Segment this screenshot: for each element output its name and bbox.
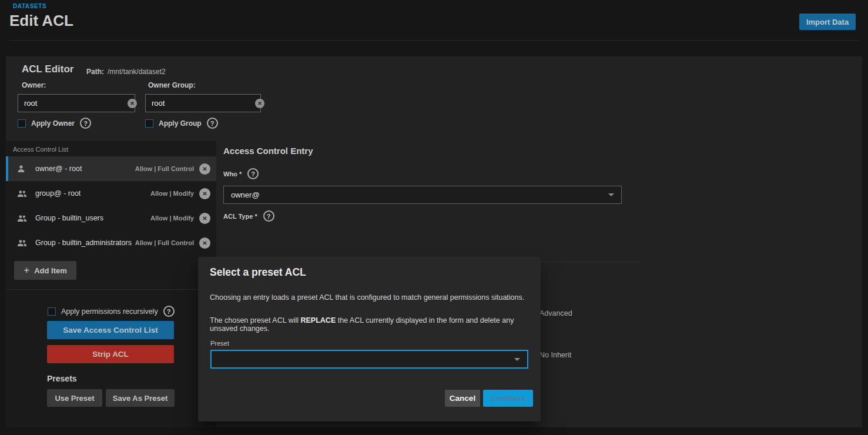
acl-list-title: Access Control List: [13, 146, 68, 153]
acl-row-name: owner@ - root: [35, 165, 135, 173]
group-icon: [16, 213, 28, 223]
remove-entry-icon[interactable]: ✕: [199, 163, 210, 175]
continue-button[interactable]: Continue: [483, 390, 533, 407]
apply-recursively-label: Apply permissions recursively: [61, 307, 158, 316]
use-preset-button[interactable]: Use Preset: [47, 389, 102, 407]
remove-entry-icon[interactable]: ✕: [199, 213, 210, 224]
dialog-title: Select a preset ACL: [210, 266, 306, 279]
who-select-value: owner@: [224, 190, 608, 199]
apply-owner-help-icon[interactable]: ?: [80, 118, 91, 129]
import-data-button[interactable]: Import Data: [799, 14, 856, 30]
who-select[interactable]: owner@: [223, 186, 622, 204]
owner-input[interactable]: [18, 99, 128, 108]
apply-owner-label: Apply Owner: [31, 119, 75, 128]
person-icon: [16, 163, 28, 174]
apply-group-label: Apply Group: [159, 119, 202, 128]
chevron-down-icon: [514, 358, 520, 361]
who-help-icon[interactable]: ?: [247, 168, 259, 179]
apply-group-checkbox[interactable]: [145, 119, 153, 128]
preset-acl-dialog: Select a preset ACL Choosing an entry lo…: [198, 257, 541, 421]
apply-recursively-row: Apply permissions recursively ?: [48, 306, 175, 317]
dialog-body-2: The chosen preset ACL will REPLACE the A…: [210, 316, 529, 333]
path-value: /mnt/tank/dataset2: [108, 68, 166, 76]
page-title: Edit ACL: [9, 12, 73, 30]
acl-row-name: Group - builtin_users: [35, 214, 150, 222]
group-icon: [16, 188, 28, 199]
apply-owner-checkbox[interactable]: [18, 119, 26, 128]
cancel-button[interactable]: Cancel: [445, 390, 480, 407]
acl-row-owner[interactable]: owner@ - root Allow | Full Control ✕: [6, 156, 216, 181]
add-item-button[interactable]: + Add Item: [14, 261, 76, 280]
apply-owner-row: Apply Owner ?: [18, 118, 91, 129]
ace-title: Access Control Entry: [223, 146, 313, 156]
owner-clear-icon[interactable]: ✕: [128, 99, 137, 108]
preset-label: Preset: [210, 340, 229, 347]
edit-acl-page: DATASETS Edit ACL Import Data ACL Editor…: [0, 0, 868, 435]
acl-row-name: group@ - root: [35, 189, 150, 198]
acl-type-help-icon[interactable]: ?: [263, 210, 274, 222]
acl-type-label-row: ACL Type * ?: [223, 210, 274, 222]
acl-row-permission: Allow | Full Control: [135, 239, 194, 246]
acl-list-panel: Access Control List owner@ - root Allow …: [6, 141, 216, 427]
remove-entry-icon[interactable]: ✕: [199, 188, 210, 199]
owner-group-input[interactable]: [146, 99, 255, 108]
replace-emphasis: REPLACE: [300, 316, 336, 324]
acl-row-builtin-users[interactable]: Group - builtin_users Allow | Modify ✕: [6, 206, 216, 230]
remove-entry-icon[interactable]: ✕: [199, 237, 210, 249]
group-icon: [16, 237, 28, 248]
owner-field-wrap: ✕: [18, 94, 135, 112]
who-label-row: Who * ?: [223, 168, 259, 179]
acl-type-label: ACL Type *: [223, 213, 257, 220]
chevron-down-icon: [608, 193, 614, 196]
dataset-path: Path:/mnt/tank/dataset2: [86, 68, 166, 76]
acl-row-permission: Allow | Modify: [150, 215, 194, 222]
acl-editor-title: ACL Editor: [22, 63, 73, 75]
presets-title: Presets: [47, 374, 77, 383]
apply-recursively-checkbox[interactable]: [48, 307, 56, 316]
owner-label: Owner:: [22, 81, 46, 89]
save-acl-button[interactable]: Save Access Control List: [47, 321, 174, 339]
plus-icon: +: [24, 265, 29, 276]
strip-acl-button[interactable]: Strip ACL: [47, 345, 174, 363]
save-as-preset-button[interactable]: Save As Preset: [106, 389, 175, 407]
acl-row-name: Group - builtin_administrators: [35, 239, 135, 247]
flags-no-inherit-label[interactable]: No Inherit: [539, 351, 571, 359]
owner-group-label: Owner Group:: [148, 81, 196, 89]
dialog-body-1: Choosing an entry loads a preset ACL tha…: [210, 293, 529, 302]
acl-row-permission: Allow | Modify: [150, 190, 194, 197]
acl-row-group[interactable]: group@ - root Allow | Modify ✕: [6, 181, 216, 206]
breadcrumb[interactable]: DATASETS: [13, 3, 46, 9]
owner-group-field-wrap: ✕: [145, 94, 261, 112]
add-item-label: Add Item: [34, 266, 67, 275]
acl-row-builtin-administrators[interactable]: Group - builtin_administrators Allow | F…: [6, 230, 216, 255]
apply-group-row: Apply Group ?: [145, 118, 218, 129]
header-divider: [9, 40, 859, 41]
acl-row-permission: Allow | Full Control: [135, 165, 194, 172]
owner-group-clear-icon[interactable]: ✕: [255, 99, 264, 108]
path-label: Path:: [86, 68, 104, 76]
permissions-type-advanced-label[interactable]: Advanced: [539, 309, 572, 317]
acl-rows: owner@ - root Allow | Full Control ✕ gro…: [6, 156, 216, 255]
apply-recursively-help-icon[interactable]: ?: [163, 306, 175, 317]
who-label: Who *: [223, 170, 242, 178]
left-panel-divider: [6, 289, 216, 290]
apply-group-help-icon[interactable]: ?: [207, 118, 218, 129]
preset-select[interactable]: [210, 350, 528, 369]
